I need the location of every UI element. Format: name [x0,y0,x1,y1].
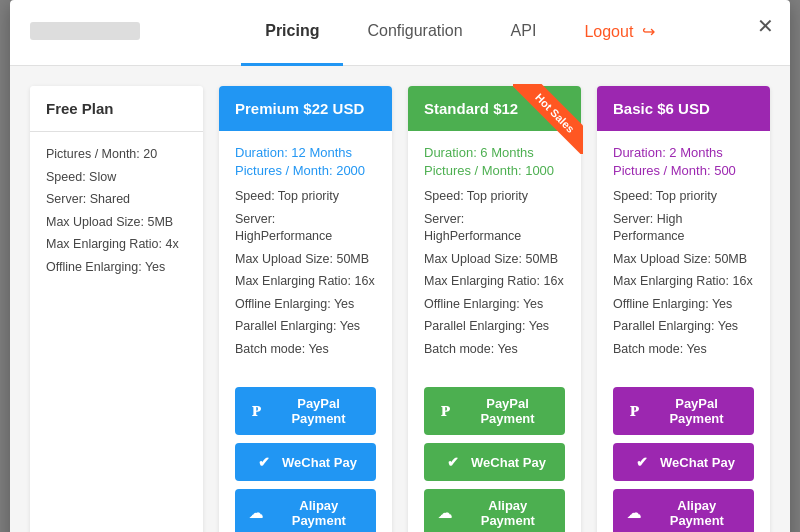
wechat-icon-standard: ✔ [443,452,463,472]
feature-standard-1: Server: HighPerformance [424,211,565,246]
plan-body-basic: Duration: 2 Months Pictures / Month: 500… [597,131,770,377]
nav-tabs: Pricing Configuration API Logout ↪ [150,0,770,65]
plans-grid: Free Plan Pictures / Month: 20 Speed: Sl… [30,86,770,532]
feature-basic-1: Server: High Performance [613,211,754,246]
plan-card-basic: Basic $6 USD Duration: 2 Months Pictures… [597,86,770,532]
feature-free-4: Max Enlarging Ratio: 4x [46,236,187,254]
plan-actions-standard: 𝐏 PayPal Payment ✔ WeChat Pay ☁ Alipay P… [408,377,581,532]
feature-premium-4: Offline Enlarging: Yes [235,296,376,314]
alipay-icon-standard: ☁ [436,503,455,523]
plan-features-basic: Speed: Top priority Server: High Perform… [613,188,754,358]
pricing-modal: Pricing Configuration API Logout ↪ ✕ Fre… [10,0,790,532]
feature-premium-1: Server: HighPerformance [235,211,376,246]
feature-free-3: Max Upload Size: 5MB [46,214,187,232]
plan-actions-premium: 𝐏 PayPal Payment ✔ WeChat Pay ☁ Alipay P… [219,377,392,532]
plan-highlight-basic: Duration: 2 Months Pictures / Month: 500 [613,145,754,178]
feature-standard-2: Max Upload Size: 50MB [424,251,565,269]
feature-standard-6: Batch mode: Yes [424,341,565,359]
paypal-icon-basic: 𝐏 [625,401,643,421]
highlight-premium-0: Duration: 12 Months [235,145,376,160]
paypal-button-basic[interactable]: 𝐏 PayPal Payment [613,387,754,435]
feature-standard-5: Parallel Enlarging: Yes [424,318,565,336]
modal-header: Pricing Configuration API Logout ↪ ✕ [10,0,790,66]
plan-header-basic: Basic $6 USD [597,86,770,131]
tab-api[interactable]: API [487,0,561,66]
feature-standard-4: Offline Enlarging: Yes [424,296,565,314]
highlight-basic-0: Duration: 2 Months [613,145,754,160]
plan-features-free: Pictures / Month: 20 Speed: Slow Server:… [46,146,187,276]
highlight-basic-1: Pictures / Month: 500 [613,163,754,178]
paypal-icon-premium: 𝐏 [247,401,265,421]
feature-premium-0: Speed: Top priority [235,188,376,206]
feature-basic-0: Speed: Top priority [613,188,754,206]
user-logo [30,2,150,63]
alipay-button-standard[interactable]: ☁ Alipay Payment [424,489,565,532]
plan-features-premium: Speed: Top priority Server: HighPerforma… [235,188,376,358]
highlight-standard-1: Pictures / Month: 1000 [424,163,565,178]
plan-actions-basic: 𝐏 PayPal Payment ✔ WeChat Pay ☁ Alipay P… [597,377,770,532]
wechat-button-basic[interactable]: ✔ WeChat Pay [613,443,754,481]
tab-configuration[interactable]: Configuration [343,0,486,66]
feature-premium-2: Max Upload Size: 50MB [235,251,376,269]
wechat-button-standard[interactable]: ✔ WeChat Pay [424,443,565,481]
alipay-button-premium[interactable]: ☁ Alipay Payment [235,489,376,532]
feature-premium-3: Max Enlarging Ratio: 16x [235,273,376,291]
logout-icon: ↪ [642,22,655,41]
plan-card-standard: Standard $12 Hot Sales Duration: 6 Month… [408,86,581,532]
feature-basic-5: Parallel Enlarging: Yes [613,318,754,336]
feature-premium-5: Parallel Enlarging: Yes [235,318,376,336]
plan-body-premium: Duration: 12 Months Pictures / Month: 20… [219,131,392,377]
plan-card-premium: Premium $22 USD Duration: 12 Months Pict… [219,86,392,532]
plan-header-free: Free Plan [30,86,203,132]
feature-free-1: Speed: Slow [46,169,187,187]
paypal-button-standard[interactable]: 𝐏 PayPal Payment [424,387,565,435]
wechat-icon-basic: ✔ [632,452,652,472]
feature-premium-6: Batch mode: Yes [235,341,376,359]
alipay-icon-premium: ☁ [247,503,266,523]
wechat-icon-premium: ✔ [254,452,274,472]
feature-basic-4: Offline Enlarging: Yes [613,296,754,314]
feature-standard-0: Speed: Top priority [424,188,565,206]
tab-pricing[interactable]: Pricing [241,0,343,66]
paypal-button-premium[interactable]: 𝐏 PayPal Payment [235,387,376,435]
plan-body-free: Pictures / Month: 20 Speed: Slow Server:… [30,132,203,295]
paypal-icon-standard: 𝐏 [436,401,454,421]
tab-logout[interactable]: Logout ↪ [560,0,678,66]
plan-body-standard: Duration: 6 Months Pictures / Month: 100… [408,131,581,377]
feature-basic-2: Max Upload Size: 50MB [613,251,754,269]
modal-body: Free Plan Pictures / Month: 20 Speed: Sl… [10,66,790,532]
feature-free-0: Pictures / Month: 20 [46,146,187,164]
feature-standard-3: Max Enlarging Ratio: 16x [424,273,565,291]
alipay-icon-basic: ☁ [625,503,644,523]
alipay-button-basic[interactable]: ☁ Alipay Payment [613,489,754,532]
hot-sales-ribbon: Hot Sales [513,86,581,154]
plan-highlight-premium: Duration: 12 Months Pictures / Month: 20… [235,145,376,178]
feature-basic-3: Max Enlarging Ratio: 16x [613,273,754,291]
plan-card-wrapper-standard: Standard $12 Hot Sales Duration: 6 Month… [408,86,581,532]
plan-features-standard: Speed: Top priority Server: HighPerforma… [424,188,565,358]
feature-basic-6: Batch mode: Yes [613,341,754,359]
highlight-premium-1: Pictures / Month: 2000 [235,163,376,178]
close-button[interactable]: ✕ [757,16,774,36]
plan-card-free: Free Plan Pictures / Month: 20 Speed: Sl… [30,86,203,532]
feature-free-2: Server: Shared [46,191,187,209]
wechat-button-premium[interactable]: ✔ WeChat Pay [235,443,376,481]
plan-header-premium: Premium $22 USD [219,86,392,131]
feature-free-5: Offline Enlarging: Yes [46,259,187,277]
